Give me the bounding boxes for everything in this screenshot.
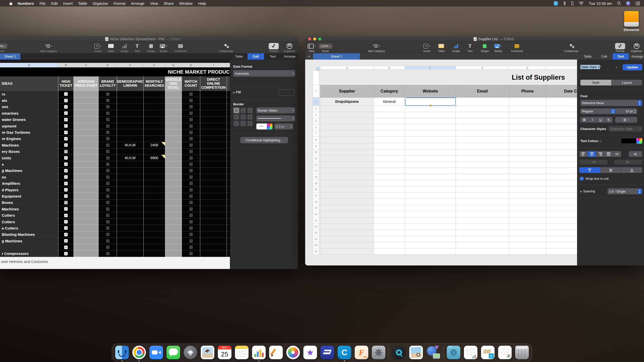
competition-cell[interactable] <box>200 155 227 161</box>
idea-cell[interactable]: Machines <box>0 142 58 148</box>
cell-A23[interactable] <box>320 230 374 236</box>
watch-count-cell[interactable] <box>182 104 200 110</box>
demographic-cell[interactable]: M,H,W <box>117 142 144 148</box>
niche-table[interactable]: NICHE MARKET PRODUC IDEASHIGH TICKETAVER… <box>0 67 230 257</box>
monthly-searches-cell[interactable] <box>144 117 165 123</box>
cell-B9[interactable] <box>374 143 405 149</box>
competition-cell[interactable] <box>200 149 227 155</box>
demographic-cell[interactable]: M,H,W <box>117 155 144 161</box>
cell-C16[interactable] <box>405 187 456 193</box>
checkbox-checked-icon[interactable]: ✓ <box>64 143 68 147</box>
high-ticket-cell[interactable]: ✓ <box>58 244 74 250</box>
avg-price-cell[interactable] <box>74 232 99 238</box>
menu-app-name[interactable]: Numbers <box>15 1 37 6</box>
monthly-searches-cell[interactable] <box>144 251 165 257</box>
cell-E10[interactable] <box>509 149 546 156</box>
brand-loyalty-cell[interactable] <box>99 123 117 129</box>
watch-count-cell[interactable] <box>182 180 200 187</box>
high-ticket-cell[interactable]: ✓ <box>58 104 74 110</box>
row-number-17[interactable]: 17 <box>313 193 319 199</box>
shape-button[interactable]: Shape <box>481 43 489 53</box>
menu-share[interactable]: Share <box>161 1 176 6</box>
monthly-searches-cell[interactable] <box>144 174 165 180</box>
watch-count-cell[interactable] <box>182 212 200 218</box>
row-number-3[interactable]: 3 <box>313 106 319 112</box>
checkbox-checked-icon[interactable]: ✓ <box>64 188 68 192</box>
high-ticket-cell[interactable]: ✓ <box>58 91 74 97</box>
dock-pages[interactable] <box>269 345 283 359</box>
checkbox-dark-icon[interactable] <box>189 182 193 185</box>
cell-A25[interactable] <box>320 242 374 248</box>
watch-count-cell[interactable] <box>182 123 200 129</box>
checkbox-dark-icon[interactable] <box>189 220 193 223</box>
cell-A11[interactable] <box>320 155 374 162</box>
high-ticket-cell[interactable]: ✓ <box>58 238 74 244</box>
demographic-cell[interactable] <box>117 219 144 225</box>
cell-D2[interactable] <box>456 98 509 106</box>
column-letter-F[interactable]: F <box>144 63 165 67</box>
checkbox-dark-icon[interactable] <box>189 169 193 172</box>
brand-loyalty-cell[interactable] <box>99 91 117 97</box>
checkbox-dark-icon[interactable] <box>189 93 193 96</box>
font-size-field[interactable]: 10 pt <box>615 108 634 114</box>
competition-cell[interactable] <box>200 129 227 135</box>
fill-disclosure[interactable]: ▶ Fill <box>233 90 241 94</box>
align-auto-button[interactable]: 🗚 <box>613 151 621 157</box>
google-ads-cell[interactable] <box>165 212 182 218</box>
dock-downloads[interactable]: ↓ <box>447 345 461 359</box>
add-sheet-button[interactable]: + <box>305 53 313 60</box>
brand-loyalty-cell[interactable] <box>99 129 117 135</box>
panel-tab-arrange[interactable]: Arrange <box>281 53 298 60</box>
dock-min-numbers[interactable] <box>464 345 478 359</box>
align-justify-button[interactable] <box>605 151 613 157</box>
checkbox-dark-icon[interactable] <box>106 175 109 179</box>
watch-count-cell[interactable] <box>182 161 200 167</box>
row-number-20[interactable]: 20 <box>313 211 319 217</box>
insert-button[interactable]: ▾ Insert <box>94 43 101 53</box>
avg-price-cell[interactable] <box>74 136 99 142</box>
avg-price-cell[interactable] <box>74 206 99 212</box>
cell-D24[interactable] <box>456 236 509 242</box>
checkbox-checked-icon[interactable]: ✓ <box>64 220 68 223</box>
row-number-9[interactable]: 9 <box>313 143 319 149</box>
competition-cell[interactable] <box>200 104 227 110</box>
google-ads-cell[interactable] <box>165 155 182 161</box>
demographic-cell[interactable] <box>117 206 144 212</box>
checkbox-checked-icon[interactable]: ✓ <box>64 105 68 109</box>
watch-count-cell[interactable] <box>182 110 200 116</box>
monthly-searches-cell[interactable]: 2400 <box>144 142 165 148</box>
checkbox-dark-icon[interactable] <box>189 112 193 115</box>
align-right-button[interactable] <box>596 151 605 157</box>
dock-photos[interactable] <box>286 345 300 359</box>
google-ads-cell[interactable] <box>165 149 182 155</box>
competition-cell[interactable] <box>200 212 227 218</box>
cell-E3[interactable] <box>509 106 546 112</box>
dock-quicktime[interactable] <box>392 345 406 359</box>
cell-E11[interactable] <box>509 155 546 162</box>
menu-arrange[interactable]: Arrange <box>128 1 147 6</box>
brand-loyalty-cell[interactable] <box>99 149 117 155</box>
watch-count-cell[interactable] <box>182 244 200 250</box>
spacing-select[interactable]: 1.0 - Single▲▼ <box>608 188 642 194</box>
cell-C14[interactable] <box>405 174 456 180</box>
checkbox-checked-icon[interactable]: ✓ <box>64 175 68 179</box>
conditional-highlighting-button[interactable]: Conditional Highlighting... <box>240 137 288 143</box>
row-number-4[interactable]: 4 <box>313 112 319 118</box>
dock-fusion[interactable]: 360 <box>354 345 369 359</box>
cell-A22[interactable] <box>320 223 374 230</box>
row-number-13[interactable]: 13 <box>313 168 319 174</box>
watch-count-cell[interactable] <box>182 129 200 135</box>
competition-cell[interactable] <box>200 244 227 250</box>
brand-loyalty-cell[interactable] <box>99 104 117 110</box>
demographic-cell[interactable] <box>117 174 144 180</box>
idea-cell[interactable]: os <box>0 174 58 180</box>
row-number-14[interactable]: 14 <box>313 174 319 180</box>
brand-loyalty-cell[interactable] <box>99 117 117 123</box>
cell-D26[interactable] <box>456 248 509 255</box>
indent-decrease-button[interactable] <box>579 160 608 164</box>
checkbox-checked-icon[interactable]: ✓ <box>64 214 68 217</box>
high-ticket-cell[interactable]: ✓ <box>58 142 74 148</box>
google-ads-cell[interactable] <box>165 136 182 142</box>
cell-C26[interactable] <box>405 248 456 255</box>
high-ticket-cell[interactable]: ✓ <box>58 212 74 218</box>
